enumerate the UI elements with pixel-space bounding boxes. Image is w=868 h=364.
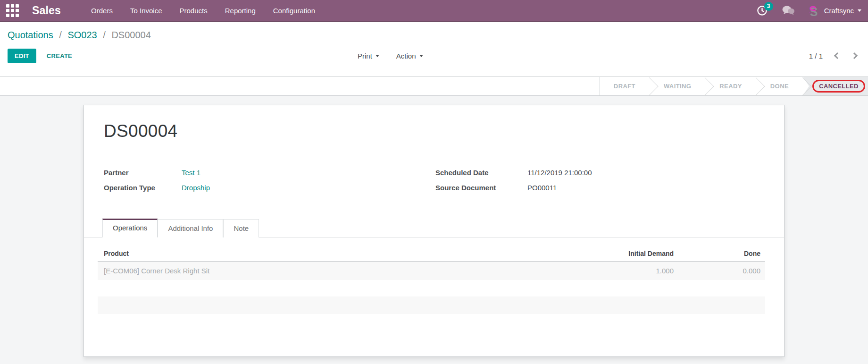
operations-table: Product Initial Demand Done [E-COM06] Co… (98, 247, 765, 314)
chat-bubbles-icon (782, 5, 795, 16)
apps-menu-icon[interactable] (6, 4, 19, 17)
cell-product[interactable]: [E-COM06] Corner Desk Right Sit (98, 262, 585, 280)
scheduled-date-label: Scheduled Date (435, 169, 527, 177)
status-draft[interactable]: DRAFT (600, 77, 650, 95)
menu-configuration[interactable]: Configuration (273, 7, 315, 15)
print-label: Print (358, 52, 372, 60)
statusbar: DRAFT WAITING READY DONE CANCELLED (599, 77, 868, 95)
table-header-row: Product Initial Demand Done (98, 247, 765, 262)
cell-initial-demand[interactable]: 1.000 (585, 262, 678, 280)
partner-value-link[interactable]: Test 1 (182, 169, 200, 177)
breadcrumb-quotations[interactable]: Quotations (8, 30, 53, 40)
empty-row-striped (98, 296, 765, 314)
source-document-value: PO00011 (527, 184, 557, 192)
control-panel: Quotations / SO023 / DS00004 EDIT CREATE… (0, 22, 868, 76)
status-strip: DRAFT WAITING READY DONE CANCELLED (0, 76, 868, 96)
menu-reporting[interactable]: Reporting (225, 7, 256, 15)
notebook-tabs: Operations Additional Info Note (84, 219, 784, 237)
tab-note[interactable]: Note (223, 219, 259, 237)
chevron-down-icon (419, 55, 423, 57)
record-title: DS00004 (104, 121, 784, 141)
field-scheduled-date: Scheduled Date 11/12/2019 21:00:00 (435, 165, 737, 180)
field-partner: Partner Test 1 (104, 165, 434, 180)
partner-label: Partner (104, 169, 182, 177)
tab-operations[interactable]: Operations (102, 219, 158, 237)
messages-icon[interactable] (782, 5, 795, 16)
status-waiting-label: WAITING (664, 83, 691, 90)
table-row[interactable]: [E-COM06] Corner Desk Right Sit 1.000 0.… (98, 262, 765, 280)
breadcrumb-separator: / (103, 30, 106, 40)
edit-button[interactable]: EDIT (8, 49, 36, 63)
user-name: Craftsync (824, 7, 854, 15)
form-sheet: DS00004 Partner Test 1 Operation Type Dr… (83, 105, 785, 357)
chevron-down-icon (858, 9, 861, 12)
print-dropdown[interactable]: Print (358, 52, 379, 60)
column-product[interactable]: Product (98, 247, 585, 262)
field-operation-type: Operation Type Dropship (104, 180, 434, 195)
tab-additional-info[interactable]: Additional Info (158, 219, 223, 237)
company-avatar: SS (809, 4, 820, 17)
operation-type-value-link[interactable]: Dropship (182, 184, 210, 192)
menu-orders[interactable]: Orders (91, 7, 113, 15)
breadcrumb-current: DS00004 (111, 30, 150, 40)
pager-next-icon[interactable] (851, 52, 858, 59)
user-menu[interactable]: SS Craftsync (809, 4, 861, 17)
operation-type-label: Operation Type (104, 184, 182, 192)
cell-done[interactable]: 0.000 (678, 262, 765, 280)
status-ready-label: READY (719, 83, 742, 90)
status-done-label: DONE (770, 83, 789, 90)
status-cancelled-active[interactable]: CANCELLED (803, 77, 868, 95)
empty-row-white (98, 280, 765, 296)
main-menu: Orders To Invoice Products Reporting Con… (91, 7, 315, 15)
field-source-document: Source Document PO00011 (435, 180, 737, 195)
menu-products[interactable]: Products (180, 7, 208, 15)
status-draft-label: DRAFT (614, 83, 635, 90)
activity-count-badge[interactable]: 3 (764, 2, 773, 11)
menu-to-invoice[interactable]: To Invoice (130, 7, 162, 15)
pager-counter: 1 / 1 (809, 52, 823, 60)
column-done[interactable]: Done (678, 247, 765, 262)
activity-clock-icon[interactable]: 3 (757, 5, 768, 16)
action-label: Action (396, 52, 416, 60)
create-button[interactable]: CREATE (47, 52, 72, 59)
app-title[interactable]: Sales (32, 4, 61, 17)
scheduled-date-value: 11/12/2019 21:00:00 (527, 169, 592, 177)
breadcrumb-separator: / (59, 30, 62, 40)
action-dropdown[interactable]: Action (396, 52, 423, 60)
status-cancelled-highlight: CANCELLED (812, 80, 865, 93)
pager-previous-icon[interactable] (834, 52, 841, 59)
top-navbar: Sales Orders To Invoice Products Reporti… (0, 0, 868, 22)
breadcrumb-so023[interactable]: SO023 (67, 30, 97, 40)
chevron-down-icon (376, 55, 379, 57)
source-document-label: Source Document (435, 184, 527, 192)
column-initial-demand[interactable]: Initial Demand (585, 247, 678, 262)
breadcrumb: Quotations / SO023 / DS00004 (8, 28, 860, 42)
